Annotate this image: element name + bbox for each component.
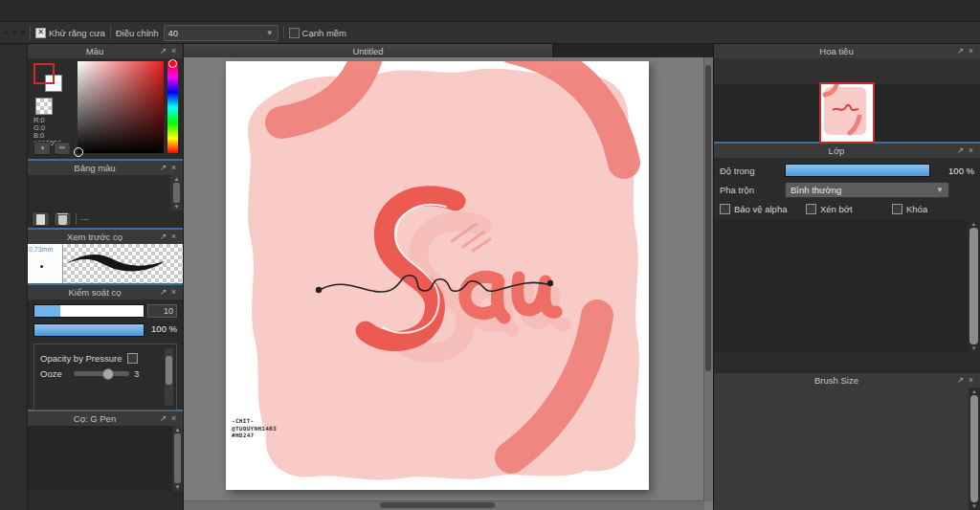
- color-panel-body: R:0 G:0 B:0 #000000 ◑ ✑: [28, 58, 183, 159]
- alpha-lock-checkbox[interactable]: Bảo vệ alpha: [720, 204, 802, 214]
- toolbar-history-group: [12, 31, 16, 34]
- scroll-thumb[interactable]: [970, 395, 978, 502]
- ooze-slider[interactable]: [74, 371, 129, 376]
- opacity-label: Độ trong: [720, 166, 779, 176]
- close-icon[interactable]: ×: [966, 146, 976, 155]
- close-icon[interactable]: ×: [966, 47, 976, 55]
- scroll-down-icon[interactable]: ▼: [175, 484, 181, 490]
- popout-icon[interactable]: ↗: [158, 233, 168, 241]
- brush-list: [28, 426, 172, 491]
- scroll-up-icon[interactable]: ▲: [175, 427, 181, 432]
- palette-scrollbar[interactable]: ▲▼: [170, 175, 183, 211]
- scroll-thumb[interactable]: [705, 65, 711, 371]
- signature-line-3: #HD247: [232, 432, 277, 439]
- scroll-thumb[interactable]: [166, 356, 172, 385]
- clipping-label: Xén bớt: [820, 204, 853, 214]
- canvas-viewport[interactable]: -CHIT- @TUQUYNH1403 #HD247: [184, 57, 713, 510]
- canvas-document[interactable]: -CHIT- @TUQUYNH1403 #HD247: [226, 61, 649, 490]
- lock-checkbox[interactable]: Khóa: [892, 204, 974, 214]
- brush-list-header: Cọ: G Pen ↗×: [28, 411, 183, 426]
- tool-column: [0, 44, 28, 510]
- scroll-thumb[interactable]: [380, 502, 495, 508]
- palette-new-button[interactable]: [32, 211, 50, 227]
- scroll-down-icon[interactable]: ▼: [971, 345, 977, 351]
- palette-delete-button[interactable]: [54, 211, 72, 227]
- popout-icon[interactable]: ↗: [955, 376, 966, 385]
- scroll-thumb[interactable]: [969, 228, 978, 344]
- layer-list: [714, 220, 968, 352]
- brush-size-scrollbar[interactable]: ▲▼: [969, 388, 980, 510]
- scroll-up-icon[interactable]: ▲: [971, 388, 977, 394]
- close-icon[interactable]: ×: [168, 414, 179, 423]
- navigator-panel: Hoa tiêu ↗×: [714, 44, 980, 144]
- brush-size-readout: 0.73mm: [28, 244, 63, 283]
- navigator-view[interactable]: [714, 84, 980, 142]
- close-icon[interactable]: ×: [168, 288, 179, 297]
- softedge-checkbox[interactable]: Cạnh mềm: [289, 28, 346, 38]
- brush-size-header: Brush Size ↗×: [714, 373, 980, 388]
- transparent-color-swatch[interactable]: [35, 98, 53, 115]
- correction-label: Điều chỉnh: [116, 28, 159, 38]
- scroll-up-icon[interactable]: ▲: [174, 176, 180, 182]
- layer-opacity-slider[interactable]: [785, 164, 930, 177]
- antialias-label: Khử răng cưa: [49, 28, 105, 38]
- popout-icon[interactable]: ↗: [955, 47, 966, 55]
- saturation-value-square[interactable]: [78, 61, 164, 153]
- pressure-checkbox[interactable]: [127, 353, 138, 364]
- blend-mode-select[interactable]: Bình thường ▼: [785, 182, 949, 198]
- popout-icon[interactable]: ↗: [955, 146, 966, 155]
- palette-panel: Bảng màu ↗× ▲▼ ---: [28, 161, 183, 230]
- lock-label: Khóa: [906, 204, 927, 214]
- checkbox-unchecked-icon: [892, 204, 902, 214]
- brush-opacity-slider[interactable]: [33, 323, 145, 337]
- navigator-title: Hoa tiêu: [718, 46, 955, 56]
- navigator-thumbnail[interactable]: [819, 82, 875, 144]
- chevron-down-icon: ▼: [266, 29, 274, 37]
- scroll-down-icon[interactable]: ▼: [174, 204, 180, 210]
- options-scrollbar[interactable]: [165, 348, 173, 406]
- color-panel: Màu ↗× R:0 G:0 B:0 #000000: [28, 44, 183, 161]
- scroll-up-icon[interactable]: ▲: [971, 221, 977, 227]
- brush-control-panel: Kiểm soát cọ ↗× 10 100 % Opacity by Pres…: [28, 285, 183, 411]
- close-icon[interactable]: ×: [966, 376, 976, 385]
- color-panel-header: Màu ↗×: [28, 44, 183, 58]
- foreground-color-swatch[interactable]: [33, 63, 55, 84]
- correction-select[interactable]: 40 ▼: [164, 25, 278, 41]
- scroll-thumb[interactable]: [174, 433, 181, 483]
- brush-opacity-value: 100 %: [151, 323, 177, 334]
- alpha-lock-label: Bảo vệ alpha: [734, 204, 787, 214]
- layer-controls: Độ trong 100 % Pha trộn Bình thường ▼ Bả…: [714, 158, 980, 220]
- sv-marker: [74, 147, 83, 157]
- antialias-checkbox[interactable]: ✕ Khử răng cưa: [35, 28, 105, 38]
- scroll-thumb[interactable]: [173, 183, 180, 203]
- scroll-down-icon[interactable]: ▼: [971, 503, 977, 509]
- blend-label: Pha trộn: [720, 185, 779, 195]
- palette-name-label: ---: [80, 214, 89, 224]
- checkbox-unchecked-icon: [806, 204, 816, 214]
- close-icon[interactable]: ×: [168, 164, 179, 172]
- checkbox-unchecked-icon: [289, 28, 300, 38]
- document-tab[interactable]: Untitled: [184, 44, 553, 57]
- brush-size-slider[interactable]: [33, 304, 145, 318]
- brush-stroke-preview: [63, 244, 183, 283]
- brush-control-title: Kiểm soát cọ: [32, 287, 158, 298]
- close-icon[interactable]: ×: [168, 47, 179, 55]
- canvas-horizontal-scrollbar[interactable]: [184, 500, 704, 510]
- canvas-vertical-scrollbar[interactable]: [703, 57, 713, 501]
- popout-icon[interactable]: ↗: [158, 47, 168, 55]
- layer-scrollbar[interactable]: ▲▼: [968, 220, 980, 352]
- checkbox-checked-icon: ✕: [35, 28, 46, 38]
- app-window: ✕ Khử răng cưa Điều chỉnh 40 ▼ Cạnh mềm …: [0, 0, 980, 510]
- hue-marker: [168, 59, 177, 68]
- brush-size-value[interactable]: 10: [147, 304, 177, 318]
- color-picker-button[interactable]: ✑: [54, 142, 71, 155]
- brush-list-scrollbar[interactable]: ▲▼: [172, 426, 183, 491]
- popout-icon[interactable]: ↗: [158, 288, 168, 297]
- ooze-slider-thumb[interactable]: [102, 368, 114, 380]
- hue-bar[interactable]: [167, 61, 178, 153]
- clipping-checkbox[interactable]: Xén bớt: [806, 204, 888, 214]
- close-icon[interactable]: ×: [168, 233, 179, 241]
- popout-icon[interactable]: ↗: [158, 164, 168, 172]
- color-wheel-button[interactable]: ◑: [33, 142, 51, 155]
- popout-icon[interactable]: ↗: [158, 414, 168, 423]
